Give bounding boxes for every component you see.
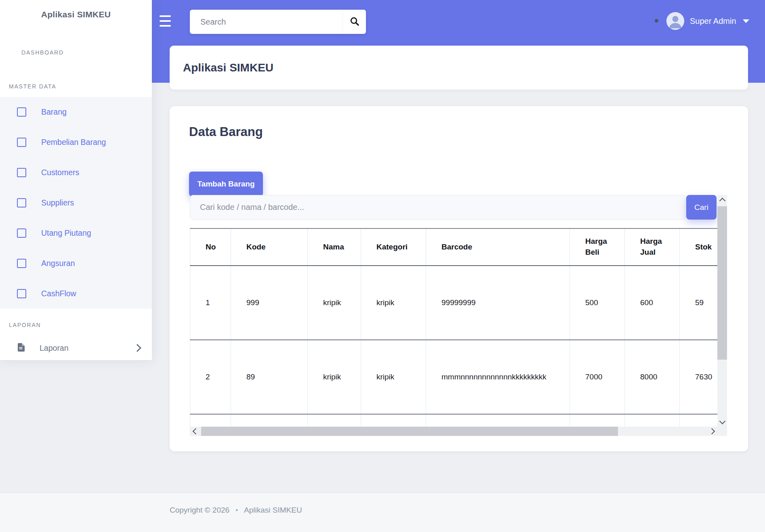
footer: Copyright © 2026 • Aplikasi SIMKEU — [0, 492, 765, 532]
square-icon — [17, 228, 26, 238]
user-name: Super Admin — [690, 17, 736, 26]
sidebar-item-utang-piutang[interactable]: Utang Piutang — [0, 218, 152, 248]
sidebar-item-angsuran[interactable]: Angsuran — [0, 248, 152, 279]
table-cell — [625, 414, 680, 427]
sidebar-brand: Aplikasi SIMKEU — [0, 10, 152, 19]
sidebar-item-label: Laporan — [40, 343, 69, 353]
square-icon — [17, 107, 26, 117]
column-header: Kode — [231, 228, 308, 266]
sidebar-item-label: CashFlow — [41, 289, 76, 298]
vertical-scrollbar-thumb[interactable] — [717, 206, 727, 360]
scroll-up-button[interactable] — [717, 195, 727, 206]
topbar-dot-icon — [655, 19, 658, 23]
table-cell: 59 — [680, 266, 718, 340]
scroll-down-button[interactable] — [717, 415, 727, 427]
sidebar-item-pembelian-barang[interactable]: Pembelian Barang — [0, 127, 152, 157]
sidebar-item-suppliers[interactable]: Suppliers — [0, 188, 152, 218]
table-cell — [426, 414, 570, 427]
table-cell — [570, 414, 625, 427]
table-cell: 2 — [190, 340, 231, 414]
search-button[interactable] — [343, 10, 366, 34]
hamburger-menu-icon[interactable] — [160, 15, 172, 27]
table-cell: kripik — [361, 266, 426, 340]
table-cell: kripik — [308, 266, 361, 340]
vertical-scrollbar[interactable] — [717, 195, 727, 436]
search-icon — [350, 17, 359, 27]
scroll-left-button[interactable] — [190, 427, 201, 436]
table-cell: 8000 — [625, 340, 680, 414]
table-header-row: NoKodeNamaKategoriBarcodeHarga BeliHarga… — [190, 228, 718, 266]
sidebar-item-label: Suppliers — [41, 198, 74, 207]
table-row-partial — [190, 414, 718, 427]
table-cell — [680, 414, 718, 427]
table-cell: 1 — [190, 266, 231, 340]
table-row: 289kripikkripikmmmnnnnnnnnnnnnkkkkkkkkk7… — [190, 340, 718, 414]
table-cell: mmmnnnnnnnnnnnnkkkkkkkkk — [426, 340, 570, 414]
column-header: Nama — [308, 228, 361, 266]
square-icon — [17, 198, 26, 207]
column-header: Kategori — [361, 228, 426, 266]
cari-button[interactable]: Cari — [686, 195, 717, 220]
sidebar-item-label: Barang — [41, 107, 67, 117]
table-cell: kripik — [308, 340, 361, 414]
table-cell: 600 — [625, 266, 680, 340]
sidebar-item-label: Pembelian Barang — [41, 138, 106, 147]
card-title: Data Barang — [189, 125, 263, 139]
sidebar-section-dashboard: DASHBOARD — [21, 49, 64, 56]
sidebar-item-barang[interactable]: Barang — [0, 97, 152, 127]
table-cell — [231, 414, 308, 427]
sidebar-section-laporan: LAPORAN — [9, 322, 41, 328]
footer-app-name: Aplikasi SIMKEU — [244, 506, 302, 515]
horizontal-scrollbar[interactable] — [190, 427, 717, 436]
sidebar-item-cashflow[interactable]: CashFlow — [0, 279, 152, 309]
table-scroll-region: Cari NoKodeNamaKategoriBarcodeHarga Beli… — [190, 195, 727, 436]
sidebar-master-items: BarangPembelian BarangCustomersSuppliers… — [0, 97, 152, 309]
column-header: Barcode — [426, 228, 570, 266]
table-cell: 7630 — [680, 340, 718, 414]
chevron-right-icon — [133, 344, 141, 352]
sidebar-item-customers[interactable]: Customers — [0, 157, 152, 188]
search-input[interactable] — [190, 10, 343, 34]
chevron-up-icon — [719, 197, 725, 204]
square-icon — [17, 138, 26, 147]
table-body: 1999kripikkripik9999999950060059289kripi… — [190, 266, 718, 427]
column-header: Harga Jual — [625, 228, 680, 266]
footer-separator: • — [235, 506, 238, 514]
chevron-down-icon — [719, 418, 725, 424]
square-icon — [17, 259, 26, 268]
chevron-left-icon — [192, 428, 199, 435]
tambah-barang-button[interactable]: Tambah Barang — [189, 172, 263, 197]
document-icon — [18, 343, 25, 353]
table-cell: 7000 — [570, 340, 625, 414]
table-wrapper: NoKodeNamaKategoriBarcodeHarga BeliHarga… — [190, 228, 717, 427]
table-cell: kripik — [361, 340, 426, 414]
table-cell — [308, 414, 361, 427]
column-header: Stok — [680, 228, 718, 266]
table-row: 1999kripikkripik9999999950060059 — [190, 266, 718, 340]
table-cell: 99999999 — [426, 266, 570, 340]
square-icon — [17, 289, 26, 298]
data-barang-table: NoKodeNamaKategoriBarcodeHarga BeliHarga… — [190, 228, 717, 427]
data-barang-card: Data Barang Tambah Barang Cari NoKodeNam… — [170, 106, 748, 451]
topbar-search — [190, 10, 366, 34]
sidebar-item-label: Customers — [41, 168, 79, 177]
table-cell — [190, 414, 231, 427]
sidebar: Aplikasi SIMKEU DASHBOARD MASTER DATA Ba… — [0, 0, 152, 360]
table-cell: 999 — [231, 266, 308, 340]
sidebar-section-master-data: MASTER DATA — [9, 83, 56, 90]
horizontal-scrollbar-thumb[interactable] — [201, 427, 618, 436]
chevron-right-icon — [708, 428, 715, 435]
page-title: Aplikasi SIMKEU — [183, 61, 273, 74]
avatar — [666, 12, 684, 30]
table-cell: 500 — [570, 266, 625, 340]
sidebar-item-laporan[interactable]: Laporan — [0, 336, 152, 360]
user-menu[interactable]: Super Admin — [666, 10, 749, 31]
filter-input[interactable] — [190, 195, 686, 220]
column-header: No — [190, 228, 231, 266]
sidebar-item-label: Utang Piutang — [41, 228, 91, 238]
footer-copyright: Copyright © 2026 — [170, 506, 229, 515]
square-icon — [17, 168, 26, 177]
scroll-right-button[interactable] — [706, 427, 717, 436]
sidebar-item-label: Angsuran — [41, 259, 75, 268]
column-header: Harga Beli — [570, 228, 625, 266]
